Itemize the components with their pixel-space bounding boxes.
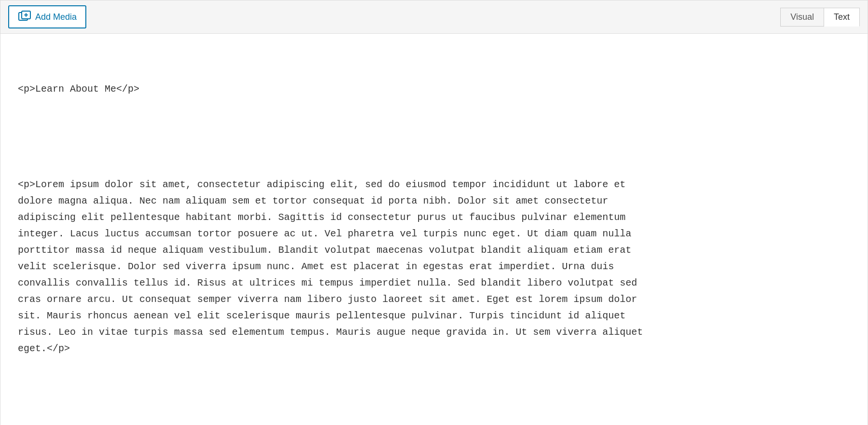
content-area[interactable]: <p>Learn About Me</p> <p>Lorem ipsum dol… bbox=[0, 34, 868, 425]
tab-text[interactable]: Text bbox=[824, 8, 860, 27]
view-tabs: Visual Text bbox=[780, 8, 860, 27]
add-media-button[interactable]: Add Media bbox=[8, 5, 86, 28]
toolbar: Add Media Visual Text bbox=[0, 0, 868, 34]
paragraph-1: <p>Lorem ipsum dolor sit amet, consectet… bbox=[18, 177, 850, 357]
code-line-1: <p>Learn About Me</p> bbox=[18, 81, 850, 97]
add-media-icon bbox=[18, 10, 31, 24]
editor-container: Add Media Visual Text <p>Learn About Me<… bbox=[0, 0, 868, 425]
tab-visual[interactable]: Visual bbox=[780, 8, 824, 27]
add-media-label: Add Media bbox=[35, 12, 77, 22]
